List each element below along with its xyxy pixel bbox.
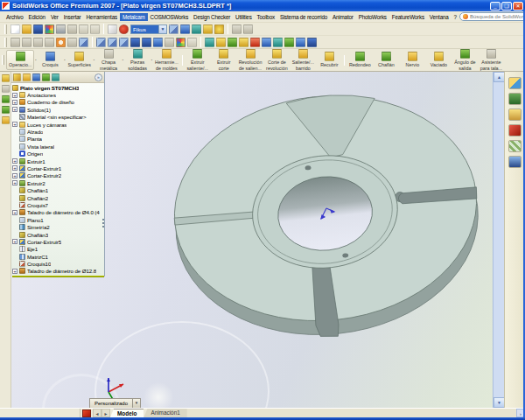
menu-animator[interactable]: Animator [330,13,356,21]
chevron-down-icon[interactable]: ▼ [133,398,141,408]
display-manager-tab-icon[interactable] [52,74,60,81]
menu-insertar[interactable]: Insertar [61,13,84,21]
reference-geometry-icon[interactable] [2,116,10,124]
menu-toolbox[interactable]: Toolbox [255,13,277,21]
shaded-icon[interactable] [142,38,151,47]
measure-icon[interactable] [216,38,226,47]
tree-item-alzado[interactable]: Alzado [12,128,104,135]
expand-icon[interactable] [12,180,18,186]
tree-item-extruir1[interactable]: Extruir1 [12,158,104,164]
tree-root[interactable]: Plato virgen ST07MCH3 [12,84,104,91]
design-library-icon[interactable] [508,93,522,105]
menu-sistema-de-recorrido[interactable]: Sistema de recorrido [277,13,330,21]
point-icon[interactable] [2,106,10,114]
draft-button[interactable]: Ángulo de salida [452,48,478,71]
menu-ver[interactable]: Ver [48,13,61,21]
solidworks-resources-icon[interactable] [508,77,522,89]
document-recovery-icon[interactable] [508,156,522,168]
tree-item-chaflan2[interactable]: Chaflán2 [12,194,104,201]
scene-icon[interactable] [250,38,260,47]
tree-item-anotaciones[interactable]: Anotaciones [12,91,104,98]
tab-scroll-right-icon[interactable]: ► [102,409,110,417]
tree-item-extruir2[interactable]: Extruir2 [12,179,104,186]
drawing-palette-icon[interactable] [508,140,522,152]
menu-photoworks[interactable]: PhotoWorks [356,13,389,21]
expand-icon[interactable] [12,93,18,98]
hidden-lines-visible-icon[interactable] [108,38,117,47]
hole-wizard-button[interactable]: Asistente para tala... [478,48,504,71]
tab-scroll-track[interactable] [187,409,516,417]
tree-item-plano1[interactable]: Plano1 [12,216,104,223]
rib-button[interactable]: Nervio [399,51,425,68]
tree-item-origen[interactable]: Origen [12,150,104,158]
expand-icon[interactable] [12,239,18,244]
colors-icon[interactable] [176,38,186,47]
rotate-view-icon[interactable] [56,38,66,47]
tab-superficies[interactable]: Superficies [66,51,93,68]
tree-item-cortar-extruir5[interactable]: Cortar-Extruir5 [12,238,104,245]
tree-item-planta[interactable]: Planta [12,136,104,143]
solidworks-search-box[interactable]: Búsqueda de SolidWorks [459,12,525,21]
tree-item-material[interactable]: Material <sin especificar> [12,114,104,121]
fikus-combo[interactable]: Fikus ▼ [130,24,167,34]
tab-croquis[interactable]: Croquis [37,51,63,68]
expand-icon[interactable] [12,107,18,112]
extrude-boss-button[interactable]: Extruir saliente/... [185,48,211,71]
tree-item-simetria2[interactable]: Simetría2 [12,223,104,230]
tab-scroll-left-icon[interactable]: ◄ [93,409,102,417]
tab-chapa-metalica[interactable]: Chapa metálica [95,48,122,71]
expand-icon[interactable] [12,100,18,105]
expand-icon[interactable] [12,173,18,178]
curvature-icon[interactable] [187,38,197,47]
menu-herramientas[interactable]: Herramientas [83,13,119,21]
menu-archivo[interactable]: Archivo [4,13,26,21]
pan-icon[interactable] [67,38,77,47]
chamfer-button[interactable]: Chaflán [373,51,399,68]
tree-item-cortar-extruir2[interactable]: Cortar-Extruir2 [12,172,104,179]
fikus-logo-icon[interactable] [119,24,129,34]
task-scheduler-icon[interactable] [307,38,317,47]
tree-item-croquis7[interactable]: Croquis7 [12,201,104,208]
new-icon[interactable] [10,24,20,34]
menu-cosmosworks[interactable]: COSMOSWorks [148,13,192,21]
dimxpert-tab-icon[interactable] [42,74,50,81]
tree-item-chaflan1[interactable]: Chaflán1 [12,186,104,193]
sketch-icon[interactable] [2,74,10,82]
help-icon[interactable] [214,24,224,34]
hidden-lines-removed-icon[interactable] [119,38,129,47]
section-view-icon[interactable] [164,38,174,47]
file-explorer-icon[interactable] [508,108,522,121]
tree-item-taladro-12[interactable]: Taladro de diámetro de Ø12.8 [12,268,104,275]
menu-featureworks[interactable]: FeatureWorks [389,13,427,21]
save-icon[interactable] [33,24,43,34]
select-arrow-icon[interactable] [108,24,117,34]
tree-item-croquis10[interactable]: Croquis10 [12,260,104,267]
revolve-boss-button[interactable]: Revolución de salien... [237,48,264,71]
tree-item-solidos[interactable]: Sólidos(1) [12,106,104,113]
redo-icon[interactable] [90,24,100,34]
print-preview-icon[interactable] [67,24,77,34]
undo-icon[interactable] [79,24,88,34]
appearance-icon[interactable] [239,38,248,47]
rollback-bar[interactable] [12,276,104,277]
extrude-cut-button[interactable]: Extruir corte [211,48,237,71]
expand-icon[interactable] [12,165,18,171]
tree-item-matrizc1[interactable]: MatrizC1 [12,253,104,260]
zoom-fit-icon[interactable] [10,38,20,47]
print-icon[interactable] [56,24,66,34]
feature-tree-tab-icon[interactable] [13,74,21,81]
smart-dimension-icon[interactable] [262,38,271,47]
revolve-cut-button[interactable]: Corte de revolución [263,48,290,71]
restore-button[interactable]: ❏ [501,2,512,10]
annotations-icon[interactable] [296,38,305,47]
fillet-button[interactable]: Redondeo [346,51,373,68]
configuration-manager-tab-icon[interactable] [32,74,40,81]
close-button[interactable]: ✕ [513,2,523,10]
loft-button[interactable]: Recubrir [316,51,342,68]
chevron-down-icon[interactable]: ▼ [158,25,166,33]
make-drawing-icon[interactable] [45,24,54,34]
relations-icon[interactable] [273,38,283,47]
zoom-in-out-icon[interactable] [33,38,43,47]
tree-item-luces[interactable]: Luces y cámaras [12,121,104,128]
simulate-icon[interactable] [192,24,201,34]
